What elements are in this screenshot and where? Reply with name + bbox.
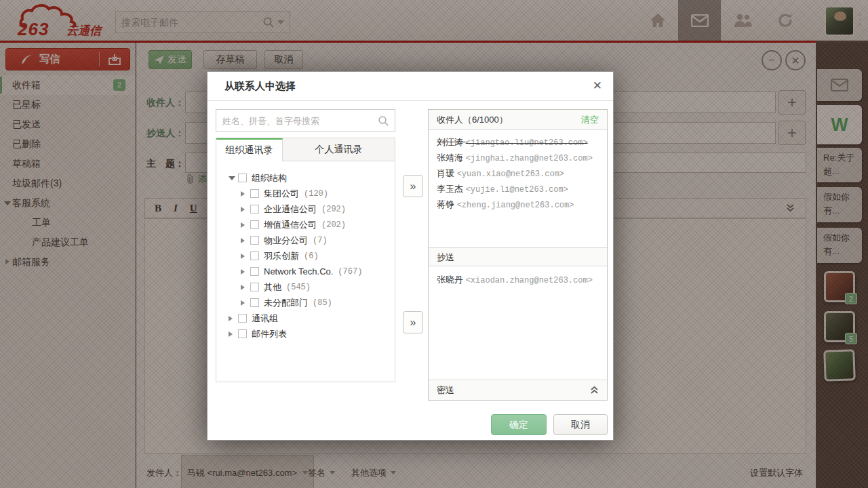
checkbox[interactable]	[250, 251, 259, 260]
expand-icon[interactable]	[241, 207, 245, 212]
tree-label: 增值通信公司	[264, 219, 317, 231]
tree-label: 未分配部门	[264, 297, 308, 309]
tab-personal-directory[interactable]: 个人通讯录	[283, 138, 395, 161]
tree-item[interactable]: 增值通信公司 (202)	[216, 217, 395, 232]
directory-panel: 组织通讯录 个人通讯录 组织结构 集团公司 (120)	[216, 138, 395, 382]
expand-icon[interactable]	[241, 253, 245, 259]
tab-org-directory[interactable]: 组织通讯录	[216, 138, 283, 161]
checkbox[interactable]	[250, 283, 259, 291]
cc-item[interactable]: 张晓丹 <xiaodan.zhang@net263.com>	[437, 272, 607, 287]
collapse-section-icon[interactable]	[590, 386, 599, 395]
close-icon[interactable]: ✕	[593, 79, 602, 93]
recipient-item[interactable]: 李玉杰 <yujie.li@net263.com>	[437, 181, 607, 197]
tree-label: 集团公司	[264, 188, 299, 200]
checkbox[interactable]	[250, 205, 259, 214]
tree-item[interactable]: 邮件列表	[216, 326, 395, 342]
expand-icon[interactable]	[229, 331, 233, 337]
tree-label: 组织结构	[252, 172, 287, 184]
expand-icon[interactable]	[241, 300, 245, 306]
dialog-cancel-button[interactable]: 取消	[553, 414, 608, 435]
collapse-icon[interactable]	[229, 176, 235, 180]
bcc-section-header[interactable]: 密送	[429, 380, 607, 400]
expand-icon[interactable]	[241, 191, 245, 197]
recipient-item[interactable]: 蒋铮 <zheng.jiang@net263.com>	[437, 197, 607, 212]
selected-panel: 收件人（6/1000） 清空 刘江涛 <jiangtao.liu@net263.…	[428, 109, 608, 401]
move-to-recipients-button[interactable]: »	[403, 175, 423, 197]
expand-icon[interactable]	[241, 222, 245, 228]
tree-item[interactable]: 物业分公司 (7)	[216, 232, 395, 248]
tree-label: Network Tech.Co.	[264, 266, 333, 277]
tree-label: 羽乐创新	[264, 250, 299, 262]
checkbox[interactable]	[250, 236, 259, 245]
recipient-item[interactable]: 张靖海 <jinghai.zhang@net263.com>	[437, 150, 607, 165]
tree-label: 其他	[264, 281, 281, 293]
expand-icon[interactable]	[229, 316, 233, 321]
recipients-list: 刘江涛 <jiangtao.liu@net263.com> 张靖海 <jingh…	[429, 130, 607, 247]
tree-item[interactable]: 组织结构	[216, 170, 395, 186]
tree-item[interactable]: 其他 (545)	[216, 279, 395, 295]
dialog-footer: 确定 取消	[208, 409, 614, 441]
recipients-section-header: 收件人（6/1000） 清空	[429, 110, 607, 130]
move-to-cc-button[interactable]: »	[403, 311, 423, 333]
checkbox[interactable]	[250, 298, 259, 307]
tree-item[interactable]: Network Tech.Co. (767)	[216, 264, 395, 279]
tree-label: 通讯组	[252, 312, 278, 325]
search-icon	[378, 115, 389, 127]
tree-item[interactable]: 羽乐创新 (6)	[216, 248, 395, 264]
cc-list: 张晓丹 <xiaodan.zhang@net263.com>	[429, 266, 607, 380]
checkbox[interactable]	[238, 314, 247, 323]
app-screen: 263 云通信	[0, 0, 868, 488]
tree-label: 邮件列表	[252, 328, 287, 340]
checkbox[interactable]	[250, 189, 259, 198]
recipient-item[interactable]: 刘江涛 <jiangtao.liu@net263.com>	[437, 134, 607, 150]
dialog-header: 从联系人中选择 ✕	[208, 72, 613, 101]
checkbox[interactable]	[250, 267, 259, 276]
tree-label: 企业通信公司	[264, 203, 317, 216]
recipient-item[interactable]: 肖瑗 <yuan.xiao@net263.com>	[437, 165, 607, 181]
tree-item[interactable]: 通讯组	[216, 310, 395, 326]
cc-section-header[interactable]: 抄送	[429, 247, 607, 266]
ok-button[interactable]: 确定	[491, 414, 547, 435]
tree-label: 物业分公司	[264, 235, 308, 247]
contact-search-input[interactable]	[216, 116, 378, 126]
expand-icon[interactable]	[241, 269, 245, 274]
org-tree: 组织结构 集团公司 (120) 企业通信公司 (292)	[216, 161, 395, 342]
clear-link[interactable]: 清空	[581, 110, 599, 129]
expand-icon[interactable]	[241, 238, 245, 243]
directory-tabs: 组织通讯录 个人通讯录	[216, 138, 395, 161]
checkbox[interactable]	[238, 329, 247, 338]
contact-picker-dialog: 从联系人中选择 ✕ 组织通讯录 个人通讯录 组织结构	[207, 71, 614, 441]
tree-item[interactable]: 企业通信公司 (292)	[216, 201, 395, 217]
tree-item[interactable]: 未分配部门 (85)	[216, 295, 395, 310]
dialog-title: 从联系人中选择	[224, 80, 296, 93]
expand-icon[interactable]	[241, 285, 245, 290]
contact-search-box	[216, 109, 395, 132]
tree-item[interactable]: 集团公司 (120)	[216, 186, 395, 201]
checkbox[interactable]	[250, 220, 259, 229]
checkbox[interactable]	[238, 174, 247, 182]
